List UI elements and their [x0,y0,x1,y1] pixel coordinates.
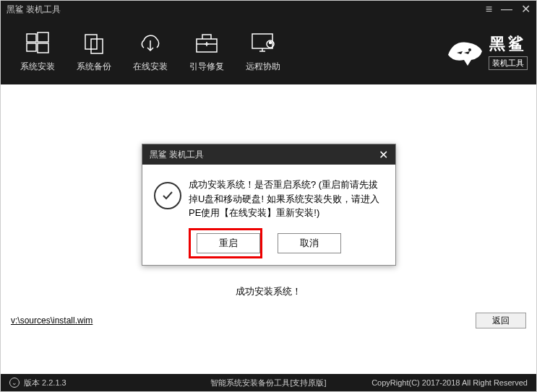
close-icon[interactable]: ✕ [521,4,530,15]
svg-point-10 [468,48,471,51]
confirm-dialog: 黑鲨 装机工具 ✕ 成功安装系统！是否重启系统? (重启前请先拔掉U盘和移动硬盘… [142,144,396,266]
tab-label: 系统备份 [77,61,111,73]
svg-rect-2 [27,43,36,51]
version-label: 版本 2.2.1.3 [24,378,66,388]
windows-icon [25,30,50,56]
tab-system-backup[interactable]: 系统备份 [66,25,122,79]
svg-rect-0 [27,34,36,42]
tab-label: 远程协助 [246,61,280,73]
shark-icon [442,30,486,73]
dialog-title: 黑鲨 装机工具 [150,149,204,161]
minimize-icon[interactable]: — [501,4,512,15]
menu-icon[interactable]: ≡ [486,4,492,15]
main-area: 黑鲨 装机工具 ✕ 成功安装系统！是否重启系统? (重启前请先拔掉U盘和移动硬盘… [1,84,536,350]
back-button[interactable]: 返回 [476,313,526,328]
app-title: 黑鲨 装机工具 [7,4,61,16]
dialog-content: 成功安装系统！是否重启系统? (重启前请先拔掉U盘和移动硬盘! 如果系统安装失败… [154,178,384,220]
tab-online-install[interactable]: 在线安装 [122,25,179,79]
tab-label: 在线安装 [133,61,168,73]
svg-rect-7 [252,34,272,48]
cancel-button[interactable]: 取消 [278,233,341,253]
window-controls: ≡ — ✕ [486,4,530,15]
dialog-buttons: 重启 取消 [154,233,384,253]
svg-rect-3 [38,43,48,53]
status-text: 成功安装系统！ [236,285,301,298]
header: 系统安装 系统备份 在线安装 引导修复 远程协助 [1,18,536,84]
file-path[interactable]: v:\sources\install.wim [11,315,93,326]
toolbox-icon [194,30,219,56]
copy-icon [82,30,106,56]
tab-remote-assist[interactable]: 远程协助 [235,25,291,79]
logo-sub: 装机工具 [489,56,528,70]
chevron-down-icon[interactable]: ⌄ [9,378,20,388]
footer: ⌄ 版本 2.2.1.3 智能系统安装备份工具[支持原版] CopyRight(… [1,374,536,391]
dialog-body: 成功安装系统！是否重启系统? (重启前请先拔掉U盘和移动硬盘! 如果系统安装失败… [142,165,395,265]
bottom-bar: v:\sources\install.wim 返回 [1,308,536,333]
monitor-user-icon [250,30,276,56]
cloud-download-icon [137,30,163,56]
restart-button[interactable]: 重启 [197,233,260,253]
footer-description: 智能系统安装备份工具[支持原版] [210,378,326,388]
dialog-titlebar: 黑鲨 装机工具 ✕ [142,144,395,165]
checkmark-icon [154,182,181,209]
version-info: ⌄ 版本 2.2.1.3 [9,378,66,388]
header-tabs: 系统安装 系统备份 在线安装 引导修复 远程协助 [9,25,291,79]
brand-logo: 黑鲨 装机工具 [442,30,528,73]
tab-label: 系统安装 [20,61,55,73]
titlebar: 黑鲨 装机工具 ≡ — ✕ [1,1,536,18]
svg-rect-1 [38,32,48,42]
logo-text: 黑鲨 装机工具 [489,33,528,70]
tab-system-install[interactable]: 系统安装 [9,25,66,79]
logo-main: 黑鲨 [489,33,527,55]
dialog-close-icon[interactable]: ✕ [376,148,391,162]
dialog-message: 成功安装系统！是否重启系统? (重启前请先拔掉U盘和移动硬盘! 如果系统安装失败… [189,178,384,220]
svg-point-9 [270,41,272,43]
copyright: CopyRight(C) 2017-2018 All Right Reserve… [371,378,528,387]
tab-boot-repair[interactable]: 引导修复 [179,25,235,79]
tab-label: 引导修复 [189,61,224,73]
